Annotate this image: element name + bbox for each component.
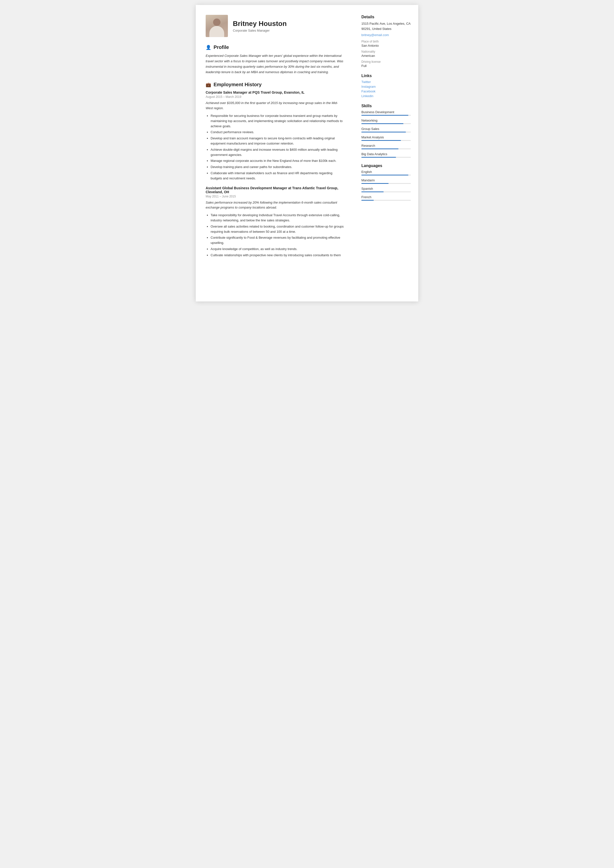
skill-bar-fill [361, 149, 398, 149]
skill-bar-bg [361, 157, 411, 158]
detail-email: britney@email.com [361, 33, 411, 37]
skill-networking: Networking [361, 119, 411, 124]
languages-section-title: Languages [361, 164, 411, 168]
job-title-2: Assistant Global Business Development Ma… [206, 186, 344, 194]
job-bullets-2: Take responsibility for developing Indiv… [206, 213, 344, 258]
job-entry-2: Assistant Global Business Development Ma… [206, 186, 344, 258]
job-summary-2: Sales performance increased by 20% follo… [206, 200, 344, 211]
nationality-label: Nationality [361, 50, 411, 53]
bullet-item: Responsible for securing business for co… [211, 113, 344, 129]
skill-market-analysis: Market Analysis [361, 135, 411, 141]
bullet-item: Collaborate with internal stakeholders s… [211, 171, 344, 181]
skill-name: Research [361, 144, 411, 147]
detail-address: 1515 Pacific Ave, Los Angeles, CA 90291,… [361, 21, 411, 32]
bullet-item: Cultivate relationships with prospective… [211, 253, 344, 258]
language-name: English [361, 170, 411, 174]
skill-bar-fill [361, 175, 408, 175]
skill-bar-fill [361, 157, 396, 158]
link-linkedin[interactable]: Linkedin [361, 94, 411, 98]
skill-bar-bg [361, 149, 411, 149]
profile-section-title: 👤 Profile [206, 45, 344, 50]
employment-icon: 💼 [206, 82, 211, 87]
language-name: French [361, 195, 411, 199]
skill-name: Business Development [361, 110, 411, 114]
bullet-item: Oversee all sales activities related to … [211, 224, 344, 234]
avatar-image [206, 15, 228, 37]
skill-name: Market Analysis [361, 135, 411, 139]
links-section-title: Links [361, 74, 411, 78]
driving-license-value: Full [361, 64, 411, 68]
language-spanish: Spanish [361, 187, 411, 192]
details-section-title: Details [361, 15, 411, 19]
bullet-item: Achieve double-digit margins and increas… [211, 147, 344, 158]
skill-bar-fill [361, 140, 401, 141]
skill-name: Big Data Analytics [361, 152, 411, 156]
bullet-item: Manage regional corporate accounts in th… [211, 158, 344, 164]
skill-bar-bg [361, 200, 411, 201]
language-mandarin: Mandarin [361, 178, 411, 184]
place-of-birth-value: San Antonio [361, 44, 411, 47]
profile-icon: 👤 [206, 45, 211, 50]
employment-section-title: 💼 Employment History [206, 82, 344, 87]
avatar [206, 15, 228, 37]
job-bullets-1: Responsible for securing business for co… [206, 113, 344, 181]
driving-license-label: Driving license [361, 60, 411, 64]
skill-research: Research [361, 144, 411, 149]
link-instagram[interactable]: Instagram [361, 85, 411, 88]
bullet-item: Conduct performance reviews. [211, 130, 344, 135]
job-entry-1: Corporate Sales Manager at PQS Travel Gr… [206, 90, 344, 181]
bullet-item: Contribute significantly to Food & Bever… [211, 235, 344, 246]
skill-name: Networking [361, 119, 411, 122]
job-summary-1: Achieved over $335,000 in the first quar… [206, 101, 344, 111]
skill-bar-fill [361, 123, 403, 124]
skill-bar-fill [361, 132, 406, 132]
link-twitter[interactable]: Twitter [361, 80, 411, 84]
resume-container: Britney Houston Corporate Sales Manager … [196, 5, 418, 301]
skill-bar-fill [361, 115, 408, 116]
skill-bar-bg [361, 175, 411, 175]
skill-bar-bg [361, 192, 411, 192]
skills-section-title: Skills [361, 104, 411, 108]
skill-big-data-analytics: Big Data Analytics [361, 152, 411, 158]
skill-bar-fill [361, 183, 389, 184]
candidate-title: Corporate Sales Manager [233, 29, 287, 33]
skill-bar-bg [361, 115, 411, 116]
skill-bar-bg [361, 123, 411, 124]
job-date-1: August 2015 – March 2019 [206, 95, 344, 99]
header-section: Britney Houston Corporate Sales Manager [206, 15, 344, 37]
bullet-item: Develop and train account managers to se… [211, 136, 344, 146]
skill-bar-bg [361, 183, 411, 184]
link-facebook[interactable]: Facebook [361, 90, 411, 93]
language-english: English [361, 170, 411, 175]
candidate-name: Britney Houston [233, 20, 287, 28]
profile-text: Experienced Corporate Sales Manager with… [206, 53, 344, 75]
main-column: Britney Houston Corporate Sales Manager … [196, 5, 354, 301]
bullet-item: Acquire knowledge of competition, as wel… [211, 246, 344, 252]
place-of-birth-label: Place of birth [361, 40, 411, 43]
job-date-2: May 2011 – June 2015 [206, 195, 344, 198]
bullet-item: Take responsibility for developing Indiv… [211, 213, 344, 223]
nationality-value: American [361, 54, 411, 57]
language-name: Spanish [361, 187, 411, 191]
skill-bar-bg [361, 140, 411, 141]
skill-name: Group Sales [361, 127, 411, 131]
job-title-1: Corporate Sales Manager at PQS Travel Gr… [206, 90, 344, 95]
skill-business-development: Business Development [361, 110, 411, 116]
skill-bar-bg [361, 132, 411, 132]
language-name: Mandarin [361, 178, 411, 182]
skill-group-sales: Group Sales [361, 127, 411, 132]
sidebar-column: Details 1515 Pacific Ave, Los Angeles, C… [354, 5, 418, 301]
skill-bar-fill [361, 200, 374, 201]
skill-bar-fill [361, 192, 384, 192]
bullet-item: Develop training plans and career paths … [211, 164, 344, 170]
header-text: Britney Houston Corporate Sales Manager [233, 20, 287, 33]
language-french: French [361, 195, 411, 201]
